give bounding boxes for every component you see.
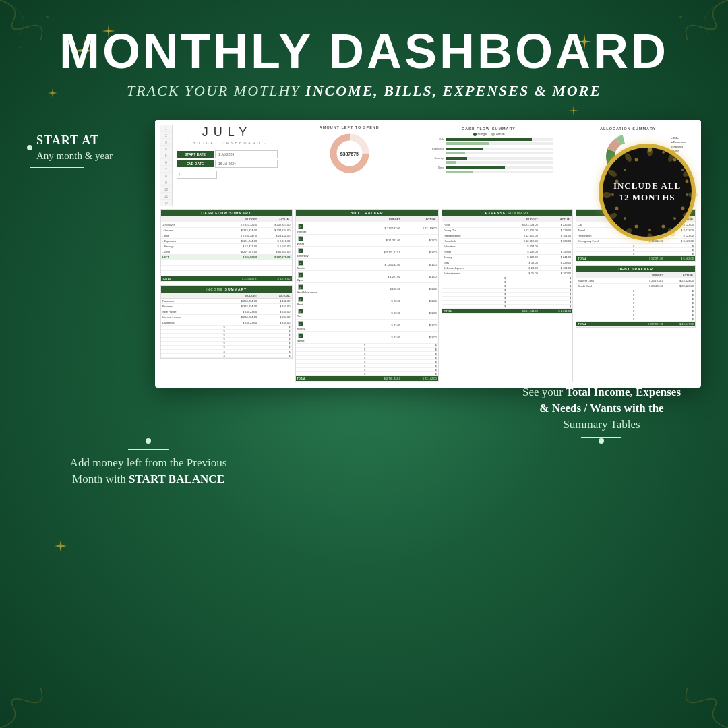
expense-self-dev: Self-development $ 23.00 $ 401.00 <box>442 266 573 271</box>
income-business: Business $ 234,234.00 $ 342.00 <box>161 304 292 309</box>
svg-point-11 <box>662 225 665 229</box>
income-paycheck: Paycheck $ 234,234.00 $ 432.00 <box>161 299 292 304</box>
left-annotation: START AT Any month & year <box>27 113 142 388</box>
svg-point-9 <box>681 207 685 210</box>
svg-point-8 <box>686 193 688 196</box>
amount-left-title: AMOUNT LEFT TO SPEND <box>320 125 380 129</box>
svg-point-15 <box>615 207 619 210</box>
svg-point-19 <box>635 158 638 162</box>
connector-dot-left-bottom <box>146 438 151 444</box>
bill-mobile: Mobile $ 123,132.00 $ 1.00 <box>296 259 438 271</box>
donut-chart-amount: $387675 <box>328 131 371 175</box>
bill-rent: Rent $ 23.00 $ 1.00 <box>296 295 438 307</box>
start-balance-label: START BALANCE <box>129 473 224 485</box>
svg-point-18 <box>624 169 626 171</box>
mini-bar-chart: Bills <box>421 138 557 173</box>
income-side-hustle: Side Hustle $ 234,234.0 $ 234.00 <box>161 309 292 315</box>
svg-point-26 <box>647 233 653 243</box>
start-at-sub: Any month & year <box>36 150 113 162</box>
cashflow-rollover: + Rollover $ 2,323,322.0 $ 232,323.00 <box>161 222 292 228</box>
connector-dot-right <box>599 438 604 444</box>
bill-tracker-header: BILL TRACKER <box>296 210 438 216</box>
dollar-input-box[interactable]: $ <box>177 171 217 179</box>
start-balance-annotation: Add money left from the Previous Month w… <box>40 398 256 487</box>
expense-food: Food $ 123,123.00 $ 235.00 <box>442 222 573 228</box>
bill-gym: Gym $ 1,221.00 $ 1.00 <box>296 271 438 283</box>
background: MONTHLY DASHBOARD TRACK YOUR MOTLHY INCO… <box>0 0 728 728</box>
svg-point-25 <box>667 226 676 237</box>
cashflow-col-headers: BUDGET ACTUAL <box>161 216 292 222</box>
badge-container: INCLUDE ALL 12 MONTHS <box>600 145 694 239</box>
bill-gas: Gas $ 23.00 $ 1.00 <box>296 307 438 320</box>
expense-col: EXPENSE SUMMARY BUDGET ACTUAL Food $ 123… <box>442 209 574 382</box>
bill-total-row: TOTAL $ 2,781,224.0 $ 23,142.00 <box>296 376 438 382</box>
month-title: JULY <box>177 125 278 140</box>
cashflow-income: + Income $ 234,234.00 $ 234,234.00 <box>161 228 292 233</box>
expense-table-header: EXPENSE SUMMARY <box>442 210 573 216</box>
svg-point-4 <box>662 151 665 154</box>
debt-total-row: TOTAL $ 297,657.00 $ 46,847.09 <box>576 322 695 327</box>
svg-point-20 <box>647 147 653 156</box>
cash-flow-chart-title: CASH FLOW SUMMARY <box>421 127 557 131</box>
mini-bar-expenses: Expenses <box>424 147 554 150</box>
end-date-label: END DATE <box>177 160 214 167</box>
donut-center-value: $387675 <box>340 151 359 156</box>
mini-bar-debt: Debt <box>424 166 554 169</box>
expense-dining: Dining Out $ 12,321.00 $ 229.00 <box>442 228 573 233</box>
svg-point-27 <box>624 226 633 237</box>
main-title: MONTHLY DASHBOARD <box>0 27 728 75</box>
ss-row-numbers: 1 2 3 4 5 6 7 8 9 10 11 12 <box>160 125 173 206</box>
connector-dot-1 <box>27 145 32 150</box>
svg-point-12 <box>648 229 651 231</box>
bill-spotify: Spotify $ 23.00 $ 1.00 <box>296 320 438 332</box>
mini-bar-bills: Bills <box>424 138 554 141</box>
mini-chart-legend: Budget Actual <box>421 133 557 136</box>
svg-point-23 <box>688 192 698 198</box>
svg-point-28 <box>607 212 618 221</box>
wreath-decoration <box>599 144 700 245</box>
svg-point-14 <box>624 217 626 220</box>
svg-point-30 <box>607 169 618 178</box>
expense-col-headers: BUDGET ACTUAL <box>442 216 573 222</box>
bill-health-insurance: Health Insurance $ 123.00 $ 1.00 <box>296 283 438 295</box>
expense-education: Education $ 234.00 <box>442 244 573 249</box>
svg-point-7 <box>686 180 689 183</box>
expense-beauty: Beauty $ 432.00 $ 241.00 <box>442 255 573 260</box>
expense-gifts: Gifts $ 32.00 $ 229.00 <box>442 260 573 266</box>
expense-total-row: TOTAL $ 161,244.00 $ 2,311.00 <box>442 309 573 314</box>
amount-left-chart: AMOUNT LEFT TO SPEND $387675 <box>282 125 417 206</box>
cashflow-savings: - Savings $ 52,371.00 $ 6,582.00 <box>161 244 292 249</box>
bill-tracker-col: BILL TRACKER BUDGET ACTUAL Internet <box>295 209 439 382</box>
sparkle-star-6 <box>54 539 67 553</box>
expense-health: Health $ 432.00 $ 399.00 <box>442 249 573 255</box>
cashflow-table-header: CASH FLOW SUMMARY <box>161 210 292 216</box>
expense-summary-table: EXPENSE SUMMARY BUDGET ACTUAL Food $ 123… <box>442 209 574 382</box>
budget-dashboard-sub: · BUDGET DASHBOARD · <box>177 141 278 145</box>
cash-flow-mini-chart: CASH FLOW SUMMARY Budget Actual Bills <box>421 125 557 206</box>
summary-annotation: See your Total Income, Expenses& Needs /… <box>522 384 681 444</box>
debt-col-headers: BUDGET ACTUAL <box>576 272 695 278</box>
income-summary-table: INCOME SUMMARY BUDGET ACTUAL Paycheck $ … <box>160 285 293 359</box>
bill-electricity: Electricity $ 2,121,213.0 $ 1.00 <box>296 247 438 259</box>
cashflow-left: LEFT $ 604,963.0 $ 387,975.00 <box>161 255 292 260</box>
bill-netflix: Netflix $ 23.00 $ 1.00 <box>296 332 438 344</box>
end-date-row: END DATE 16 Jul 2024 <box>177 160 278 168</box>
connector-line-left-bottom <box>128 449 169 450</box>
svg-point-16 <box>611 193 614 196</box>
svg-point-10 <box>673 217 676 220</box>
savings-total-row: TOTAL $ 52,371.00 $ 6,582.00 <box>576 256 695 262</box>
income-interest: Interest Income $ 234,234.00 $ 234.00 <box>161 315 292 320</box>
income-table-header: INCOME SUMMARY <box>161 286 292 293</box>
svg-point-29 <box>602 192 611 198</box>
svg-point-6 <box>681 169 684 171</box>
svg-point-31 <box>624 152 633 163</box>
expense-household: Household $ 12,312.00 $ 336.00 <box>442 239 573 244</box>
debt-tracker-table: DEBT TRACKER BUDGET ACTUAL Student Loan … <box>576 265 696 328</box>
header: MONTHLY DASHBOARD TRACK YOUR MOTLHY INCO… <box>0 0 728 100</box>
include-all-badge: INCLUDE ALL 12 MONTHS <box>600 145 694 239</box>
bill-internet: Internet $ 213,123.00 $ 23,189.00 <box>296 222 438 235</box>
debt-header: DEBT TRACKER <box>576 266 695 272</box>
start-date-label: START DATE <box>177 151 214 158</box>
svg-point-24 <box>681 212 692 221</box>
bill-tracker-table: BILL TRACKER BUDGET ACTUAL Internet <box>295 209 439 382</box>
